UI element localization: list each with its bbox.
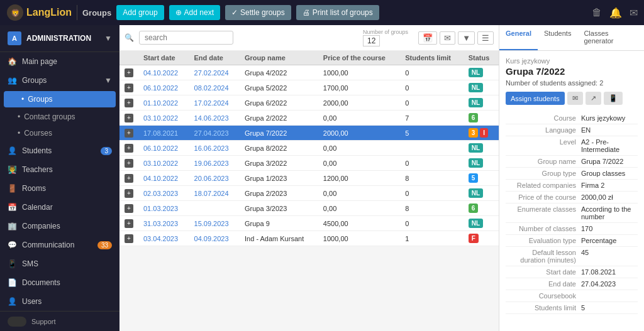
price-cell: 0,00 xyxy=(318,201,400,216)
table-calendar-icon-btn[interactable]: 📅 xyxy=(418,31,437,45)
mail-icon-btn[interactable]: ✉ xyxy=(630,7,638,19)
detail-value: Group classes xyxy=(581,170,638,177)
expand-cell[interactable]: + xyxy=(119,95,138,111)
status-cell: NL xyxy=(464,95,499,111)
settle-groups-button[interactable]: ✓ Settle groups xyxy=(225,5,291,20)
expand-cell[interactable]: + xyxy=(119,111,138,126)
sidebar-item-calendar[interactable]: 📅 Calendar xyxy=(0,198,119,217)
table-row[interactable]: + 06.10.2022 16.06.2023 Grupa 8/2022 0,0… xyxy=(119,141,499,156)
status-cell: NL xyxy=(464,141,499,156)
detail-label: Enumerate classes xyxy=(506,205,581,220)
table-row[interactable]: + 03.10.2022 19.06.2023 Grupa 3/2022 0,0… xyxy=(119,156,499,171)
detail-row: Coursebook xyxy=(506,290,638,302)
col-expand xyxy=(119,51,138,65)
svg-text:🦁: 🦁 xyxy=(11,8,20,18)
table-row[interactable]: + 04.10.2022 20.06.2023 Grupa 1/2023 120… xyxy=(119,171,499,186)
status-cell: NL xyxy=(464,216,499,231)
right-export-button[interactable]: ↗ xyxy=(586,92,601,105)
settle-icon: ✓ xyxy=(231,8,238,17)
sidebar-item-teachers[interactable]: 👨‍🏫 Teachers xyxy=(0,160,119,179)
add-next-button[interactable]: ⊕ Add next xyxy=(169,5,220,20)
group-count-label: Number of groups xyxy=(363,29,408,35)
sidebar-item-rooms[interactable]: 🚪 Rooms xyxy=(0,179,119,198)
groups-icon: 👥 xyxy=(8,76,17,85)
sidebar-item-users[interactable]: 👤 Users xyxy=(0,292,119,311)
sidebar-courses-label: Courses xyxy=(24,129,52,138)
expand-cell[interactable]: + xyxy=(119,216,138,231)
print-list-button[interactable]: 🖨 Print list of groups xyxy=(296,5,379,20)
detail-label: Level xyxy=(506,138,581,153)
calendar-icon: 📅 xyxy=(8,203,17,212)
expand-cell[interactable]: + xyxy=(119,231,138,246)
users-icon: 👤 xyxy=(8,297,17,306)
start-date-cell: 03.10.2022 xyxy=(138,111,189,126)
table-filter-icon-btn[interactable]: ▼ xyxy=(458,31,475,45)
table-row[interactable]: + 02.03.2023 18.07.2024 Grupa 2/2023 0,0… xyxy=(119,186,499,201)
expand-cell[interactable]: + xyxy=(119,126,138,141)
sidebar-item-contact-groups[interactable]: • Contact groups xyxy=(0,109,119,125)
tab-classes-generator[interactable]: Classes generator xyxy=(577,25,644,50)
group-count-container: Number of groups 12 xyxy=(363,29,408,46)
admin-section: A ADMINISTRATION ▼ xyxy=(0,25,119,52)
table-row[interactable]: + 03.04.2023 04.09.2023 Ind - Adam Kursa… xyxy=(119,231,499,246)
detail-label: Default lesson duration (minutes) xyxy=(506,249,581,264)
table-row[interactable]: + 04.10.2022 27.02.2024 Grupa 4/2022 100… xyxy=(119,65,499,80)
admin-chevron-icon: ▼ xyxy=(104,34,112,43)
sidebar-documents-label: Documents xyxy=(22,278,60,287)
start-date-cell: 06.10.2022 xyxy=(138,141,189,156)
sidebar-item-main-page[interactable]: 🏠 Main page xyxy=(0,52,119,71)
expand-cell[interactable]: + xyxy=(119,186,138,201)
tab-general[interactable]: General xyxy=(499,25,538,50)
table-row[interactable]: + 06.10.2022 08.02.2024 Grupa 5/2022 170… xyxy=(119,80,499,95)
detail-value: Percentage xyxy=(581,237,638,244)
table-menu-icon-btn[interactable]: ☰ xyxy=(477,31,494,45)
table-mail-icon-btn[interactable]: ✉ xyxy=(440,31,455,45)
expand-cell[interactable]: + xyxy=(119,156,138,171)
limit-cell: 0 xyxy=(400,156,464,171)
add-group-button[interactable]: Add group xyxy=(116,5,164,20)
search-input[interactable] xyxy=(139,31,233,45)
expand-cell[interactable]: + xyxy=(119,141,138,156)
assign-students-button[interactable]: Assign students xyxy=(506,92,565,105)
col-group-name: Group name xyxy=(240,51,318,65)
sidebar-users-label: Users xyxy=(22,297,42,306)
sidebar-item-students[interactable]: 👤 Students 3 xyxy=(0,141,119,160)
status-cell: NL xyxy=(464,186,499,201)
limit-cell: 0 xyxy=(400,65,464,80)
sidebar-item-courses[interactable]: • Courses xyxy=(0,125,119,141)
search-icon: 🔍 xyxy=(125,33,134,42)
communication-icon: 💬 xyxy=(8,241,17,249)
communication-badge: 33 xyxy=(97,241,112,249)
right-tabs: General Students Classes generator xyxy=(499,25,644,51)
tab-students[interactable]: Students xyxy=(538,25,577,50)
table-row[interactable]: + 01.10.2022 17.02.2024 Grupa 6/2022 200… xyxy=(119,95,499,111)
expand-cell[interactable]: + xyxy=(119,201,138,216)
sidebar-item-groups[interactable]: • Groups xyxy=(4,91,116,107)
theme-toggle[interactable] xyxy=(8,317,26,327)
sidebar-item-communication[interactable]: 💬 Communication 33 xyxy=(0,236,119,254)
price-cell: 0,00 xyxy=(318,186,400,201)
status-cell: NL xyxy=(464,156,499,171)
right-mobile-button[interactable]: 📱 xyxy=(604,92,623,105)
table-row[interactable]: + 31.03.2023 15.09.2023 Grupa 9 4500,00 … xyxy=(119,216,499,231)
sidebar-item-sms[interactable]: 📱 SMS xyxy=(0,254,119,273)
notification-icon-btn[interactable]: 🔔 xyxy=(609,7,622,19)
col-students-limit: Students limit xyxy=(400,51,464,65)
sidebar-item-groups-parent[interactable]: 👥 Groups ▼ xyxy=(0,71,119,90)
sidebar-item-documents[interactable]: 📄 Documents xyxy=(0,273,119,292)
table-row[interactable]: + 03.10.2022 14.06.2023 Grupa 2/2022 0,0… xyxy=(119,111,499,126)
detail-row: Course Kurs językowy xyxy=(506,112,638,124)
sidebar-bottom: Support xyxy=(0,311,119,331)
table-row[interactable]: + 01.03.2023 Grupa 3/2023 0,00 8 6 xyxy=(119,201,499,216)
expand-cell[interactable]: + xyxy=(119,171,138,186)
detail-label: Evaluation type xyxy=(506,237,581,244)
detail-row: Price of the course 2000,00 zł xyxy=(506,192,638,203)
delete-icon-btn[interactable]: 🗑 xyxy=(592,7,602,18)
table-row[interactable]: + 17.08.2021 27.04.2023 Grupa 7/2022 200… xyxy=(119,126,499,141)
courses-dot-icon: • xyxy=(18,129,20,138)
expand-cell[interactable]: + xyxy=(119,80,138,95)
sidebar-teachers-label: Teachers xyxy=(22,165,53,174)
right-mail-button[interactable]: ✉ xyxy=(567,92,583,105)
sidebar-item-companies[interactable]: 🏢 Companies xyxy=(0,217,119,236)
expand-cell[interactable]: + xyxy=(119,65,138,80)
